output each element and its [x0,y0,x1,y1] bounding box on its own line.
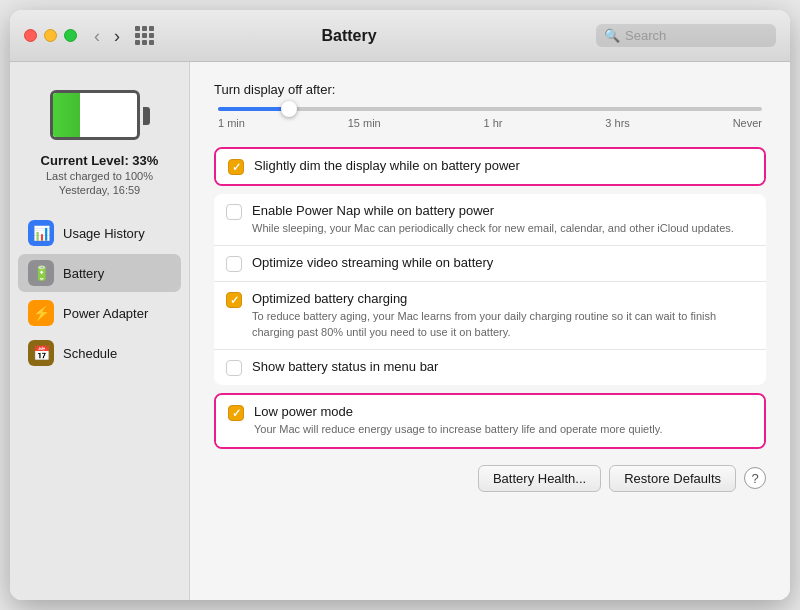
sidebar-item-power-adapter[interactable]: ⚡ Power Adapter [18,294,181,332]
slider-label-0: 1 min [218,117,245,129]
low-power-highlighted: Low power mode Your Mac will reduce ener… [214,393,766,448]
battery-sidebar-icon: 🔋 [28,260,54,286]
sidebar-item-battery[interactable]: 🔋 Battery [18,254,181,292]
usage-history-icon: 📊 [28,220,54,246]
dim-display-checkbox[interactable] [228,159,244,175]
search-icon: 🔍 [604,28,620,43]
battery-level: Current Level: 33% [41,153,159,168]
menu-bar-title: Show battery status in menu bar [252,359,754,374]
last-charged-line1: Last charged to 100% [46,170,153,182]
last-charged-line2: Yesterday, 16:59 [59,184,140,196]
dim-display-title: Slightly dim the display while on batter… [254,158,752,173]
low-power-row: Low power mode Your Mac will reduce ener… [216,395,764,446]
help-button[interactable]: ? [744,467,766,489]
battery-icon [50,88,150,143]
maximize-button[interactable] [64,29,77,42]
video-streaming-checkbox[interactable] [226,256,242,272]
search-box[interactable]: 🔍 [596,24,776,47]
titlebar: ‹ › Battery 🔍 [10,10,790,62]
slider-label-2: 1 hr [484,117,503,129]
slider-label-1: 15 min [348,117,381,129]
slider-fill [218,107,289,111]
schedule-icon: 📅 [28,340,54,366]
display-off-section: Turn display off after: 1 min 15 min 1 h… [214,82,766,129]
close-button[interactable] [24,29,37,42]
minimize-button[interactable] [44,29,57,42]
slider-track[interactable] [218,107,762,111]
content-area: Current Level: 33% Last charged to 100% … [10,62,790,600]
optimized-charging-row: Optimized battery charging To reduce bat… [214,282,766,350]
dim-display-row: Slightly dim the display while on batter… [216,149,764,184]
sidebar-item-usage-history[interactable]: 📊 Usage History [18,214,181,252]
video-streaming-row: Optimize video streaming while on batter… [214,246,766,282]
menu-bar-row: Show battery status in menu bar [214,350,766,385]
menu-bar-checkbox[interactable] [226,360,242,376]
power-nap-desc: While sleeping, your Mac can periodicall… [252,221,754,236]
slider-thumb[interactable] [281,101,297,117]
restore-defaults-button[interactable]: Restore Defaults [609,465,736,492]
dim-display-highlighted: Slightly dim the display while on batter… [214,147,766,186]
power-nap-row: Enable Power Nap while on battery power … [214,194,766,246]
options-group-1: Enable Power Nap while on battery power … [214,194,766,385]
low-power-checkbox[interactable] [228,405,244,421]
sidebar-item-label: Battery [63,266,104,281]
slider-labels: 1 min 15 min 1 hr 3 hrs Never [218,117,762,129]
sidebar-item-label: Schedule [63,346,117,361]
video-streaming-title: Optimize video streaming while on batter… [252,255,754,270]
main-content: Turn display off after: 1 min 15 min 1 h… [190,62,790,600]
power-nap-checkbox[interactable] [226,204,242,220]
low-power-title: Low power mode [254,404,752,419]
sidebar: Current Level: 33% Last charged to 100% … [10,62,190,600]
battery-health-button[interactable]: Battery Health... [478,465,601,492]
battery-status: Current Level: 33% Last charged to 100% … [18,78,181,212]
slider-container: 1 min 15 min 1 hr 3 hrs Never [214,107,766,129]
optimized-charging-desc: To reduce battery aging, your Mac learns… [252,309,754,340]
optimized-charging-checkbox[interactable] [226,292,242,308]
optimized-charging-title: Optimized battery charging [252,291,754,306]
low-power-desc: Your Mac will reduce energy usage to inc… [254,422,752,437]
search-input[interactable] [625,28,765,43]
slider-label-3: 3 hrs [605,117,629,129]
power-nap-title: Enable Power Nap while on battery power [252,203,754,218]
footer-buttons: Battery Health... Restore Defaults ? [214,465,766,492]
sidebar-item-label: Usage History [63,226,145,241]
window-title: Battery [102,27,596,45]
display-off-label: Turn display off after: [214,82,766,97]
power-adapter-icon: ⚡ [28,300,54,326]
preferences-window: ‹ › Battery 🔍 [10,10,790,600]
slider-label-4: Never [733,117,762,129]
sidebar-item-label: Power Adapter [63,306,148,321]
traffic-lights [24,29,77,42]
sidebar-item-schedule[interactable]: 📅 Schedule [18,334,181,372]
